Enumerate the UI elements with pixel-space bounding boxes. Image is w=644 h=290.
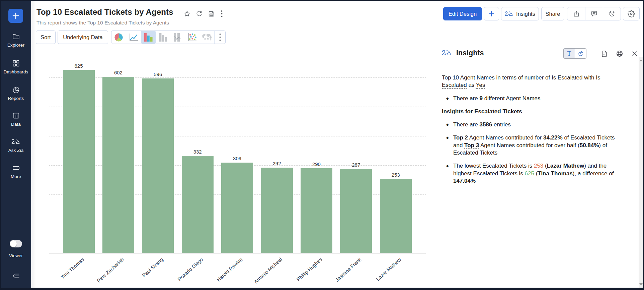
sidebar-item-reports[interactable]: Reports — [1, 86, 31, 101]
underlying-data-button[interactable]: Underlying Data — [58, 31, 108, 44]
divider — [595, 51, 595, 56]
insight-text: The lowest Escalated Tickets is 253 (Laz… — [453, 162, 621, 185]
bar-value-label: 625 — [63, 63, 95, 69]
diamond-bullet-icon: ◆ — [442, 162, 453, 185]
chart-bar[interactable] — [301, 168, 332, 253]
chart-bar[interactable] — [261, 168, 293, 253]
x-axis-label: Jasmine Frank — [334, 256, 363, 283]
table-icon — [1, 112, 31, 120]
chart-type-bar-icon[interactable] — [141, 31, 156, 44]
scroll-up-icon[interactable] — [639, 58, 643, 63]
sidebar-item-label: Data — [1, 122, 31, 127]
bar-value-label: 602 — [102, 70, 134, 75]
page-subtitle: This report shows the Top 10 Escalated T… — [36, 20, 169, 26]
close-icon[interactable] — [630, 49, 639, 58]
insight-summary: Top 10 Agent Names in terms of number of… — [442, 74, 621, 89]
chart-bar[interactable] — [380, 179, 412, 253]
insights-panel-title: Insights — [456, 49, 484, 57]
sidebar-item-ask-zia[interactable]: Ask Zia — [1, 138, 31, 153]
insights-view-toggle: T — [563, 48, 586, 59]
chart-type-more-icon[interactable] — [214, 31, 225, 44]
sidebar-item-label: Ask Zia — [1, 148, 31, 153]
sidebar: Explorer Dashboards Reports — [1, 1, 31, 288]
plus-icon — [12, 12, 20, 20]
insights-header: Insights T — [433, 47, 643, 67]
comment-icon[interactable] — [585, 7, 603, 20]
x-axis-label: Lazar Mathew — [375, 256, 402, 282]
chart-bar[interactable] — [340, 169, 372, 253]
favorite-star-icon[interactable] — [181, 9, 193, 18]
sidebar-item-explorer[interactable]: Explorer — [1, 33, 31, 48]
insight-text: Top 2 Agent Names contributed for 34.22%… — [453, 134, 621, 157]
x-axis-label: Phillip Hughes — [295, 256, 323, 282]
title-kebab-icon[interactable] — [217, 9, 226, 18]
add-report-button[interactable] — [484, 7, 499, 20]
chart-type-switcher — [111, 31, 226, 44]
share-button[interactable]: Share — [541, 7, 564, 20]
insight-text: There are 3586 entries — [453, 121, 511, 128]
globe-icon[interactable] — [615, 49, 624, 58]
chart-bar[interactable] — [63, 70, 95, 253]
zia-icon — [1, 138, 31, 146]
chart-type-map-icon[interactable] — [199, 31, 214, 44]
page-title: Top 10 Escalated Tickets by Agents — [36, 7, 173, 17]
diamond-bullet-icon: ◆ — [442, 95, 453, 102]
x-axis-label: Pete Zachariah — [96, 256, 125, 284]
collapse-sidebar-button[interactable] — [1, 272, 31, 280]
insights-button-label: Insights — [516, 11, 535, 17]
viewer-toggle-label: Viewer — [1, 253, 31, 258]
document-icon[interactable] — [599, 49, 609, 58]
chart-bar[interactable] — [221, 163, 253, 253]
pie-view-icon — [578, 51, 584, 57]
bar-value-label: 596 — [142, 71, 174, 77]
insights-button[interactable]: Insights — [501, 7, 539, 20]
chart-type-butterfly-bar-icon[interactable] — [170, 31, 185, 44]
settings-button[interactable] — [623, 7, 640, 20]
chart-type-clustered-bar-icon[interactable] — [156, 31, 170, 44]
chart-type-line-icon[interactable] — [126, 31, 141, 44]
bar-value-label: 290 — [300, 161, 332, 167]
bar-value-label: 253 — [380, 172, 412, 178]
sidebar-item-label: More — [1, 174, 31, 179]
chart-bar[interactable] — [182, 156, 214, 253]
x-axis-label: Paul Strang — [141, 256, 165, 278]
edit-design-button[interactable]: Edit Design — [443, 7, 482, 20]
insights-chart-view-button[interactable] — [575, 49, 586, 58]
sidebar-item-dashboards[interactable]: Dashboards — [1, 59, 31, 74]
app-window: Explorer Dashboards Reports — [0, 0, 644, 290]
x-axis-label: Tina Thomas — [60, 256, 85, 280]
chart-bar[interactable] — [142, 78, 174, 253]
diamond-bullet-icon: ◆ — [442, 134, 453, 157]
sidebar-item-label: Explorer — [1, 43, 31, 48]
toggle-knob — [10, 240, 17, 247]
export-icon[interactable] — [567, 7, 585, 20]
save-icon[interactable] — [205, 9, 217, 18]
insights-scrollbar[interactable] — [639, 57, 643, 288]
diamond-bullet-icon: ◆ — [442, 121, 453, 128]
refresh-icon[interactable] — [193, 9, 205, 18]
insight-bullet: ◆The lowest Escalated Tickets is 253 (La… — [442, 162, 621, 185]
grid-icon — [1, 59, 31, 67]
chart-x-axis — [49, 253, 426, 253]
pie-chart-icon — [1, 86, 31, 94]
plus-icon — [488, 10, 495, 17]
insights-content: Top 10 Agent Names in terms of number of… — [442, 74, 621, 190]
sort-button[interactable]: Sort — [36, 31, 56, 44]
viewer-toggle[interactable] — [10, 240, 22, 247]
gear-icon — [627, 10, 635, 18]
sidebar-add-button[interactable] — [8, 9, 23, 23]
bar-value-label: 292 — [261, 161, 293, 166]
ellipsis-icon — [1, 164, 31, 172]
zia-icon — [505, 11, 514, 17]
scroll-down-icon[interactable] — [639, 282, 643, 287]
insight-bullet: ◆There are 3586 entries — [442, 121, 621, 128]
bar-value-label: 287 — [340, 162, 372, 168]
chart-type-pie-icon[interactable] — [111, 31, 126, 44]
chart-bar[interactable] — [102, 77, 134, 253]
chart-type-scatter-icon[interactable] — [185, 31, 199, 44]
sidebar-item-more[interactable]: More — [1, 164, 31, 179]
sidebar-item-label: Dashboards — [1, 69, 31, 74]
insights-text-view-button[interactable]: T — [564, 49, 575, 58]
sidebar-item-data[interactable]: Data — [1, 112, 31, 127]
alarm-icon[interactable] — [603, 7, 621, 20]
